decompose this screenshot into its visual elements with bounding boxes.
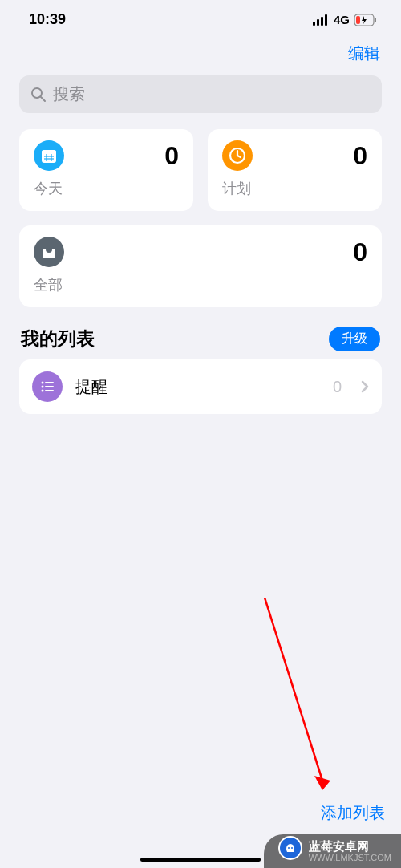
svg-rect-1 <box>317 19 319 26</box>
svg-point-22 <box>42 390 44 392</box>
search-bar[interactable]: 搜索 <box>19 75 382 113</box>
network-label: 4G <box>334 13 350 26</box>
list-label: 提醒 <box>75 376 320 398</box>
svg-point-7 <box>32 88 42 98</box>
svg-line-17 <box>237 156 241 157</box>
svg-point-26 <box>288 847 290 849</box>
scheduled-card[interactable]: 0 计划 <box>208 129 382 211</box>
all-label: 全部 <box>34 275 367 294</box>
watermark-title: 蓝莓安卓网 <box>309 840 391 854</box>
svg-rect-2 <box>321 17 323 26</box>
annotation-arrow <box>257 598 337 806</box>
all-card[interactable]: 0 全部 <box>19 225 382 307</box>
list-item[interactable]: 提醒 0 <box>19 359 382 414</box>
watermark-url: WWW.LMKJST.COM <box>309 853 391 862</box>
calendar-icon <box>34 140 64 171</box>
all-count: 0 <box>353 237 367 267</box>
add-list-button[interactable]: 添加列表 <box>321 802 385 824</box>
svg-rect-10 <box>42 150 56 154</box>
svg-line-24 <box>265 598 322 781</box>
signal-icon <box>313 14 329 26</box>
section-header: 我的列表 升级 <box>0 307 401 359</box>
header: 编辑 <box>0 34 401 75</box>
svg-point-27 <box>291 847 293 849</box>
svg-marker-25 <box>314 776 330 790</box>
svg-rect-0 <box>313 22 315 26</box>
list-bullet-icon <box>32 371 63 402</box>
status-bar: 10:39 4G <box>0 0 401 34</box>
watermark-logo-icon <box>278 836 302 860</box>
chevron-right-icon <box>361 380 369 393</box>
edit-button[interactable]: 编辑 <box>348 43 380 64</box>
today-label: 今天 <box>34 179 179 198</box>
svg-point-18 <box>42 382 44 384</box>
svg-rect-3 <box>325 14 327 26</box>
watermark: 蓝莓安卓网 WWW.LMKJST.COM <box>264 834 401 868</box>
inbox-icon <box>34 237 64 267</box>
scheduled-label: 计划 <box>222 179 367 198</box>
upgrade-button[interactable]: 升级 <box>329 327 380 351</box>
clock-icon <box>222 140 253 171</box>
svg-rect-6 <box>356 16 360 24</box>
today-card[interactable]: 0 今天 <box>19 129 193 211</box>
today-count: 0 <box>164 141 179 171</box>
cards-container: 0 今天 0 计划 0 全部 <box>0 113 401 307</box>
scheduled-count: 0 <box>353 141 367 171</box>
battery-icon <box>354 14 377 26</box>
svg-line-8 <box>41 97 45 101</box>
list-count: 0 <box>333 378 342 396</box>
svg-rect-5 <box>375 18 376 22</box>
list-container: 提醒 0 <box>19 359 382 414</box>
status-right: 4G <box>313 13 377 26</box>
search-placeholder: 搜索 <box>53 83 85 105</box>
home-indicator[interactable] <box>140 858 261 862</box>
search-icon <box>30 87 47 103</box>
svg-point-20 <box>42 386 44 388</box>
section-title: 我的列表 <box>21 327 95 351</box>
status-time: 10:39 <box>29 11 66 28</box>
